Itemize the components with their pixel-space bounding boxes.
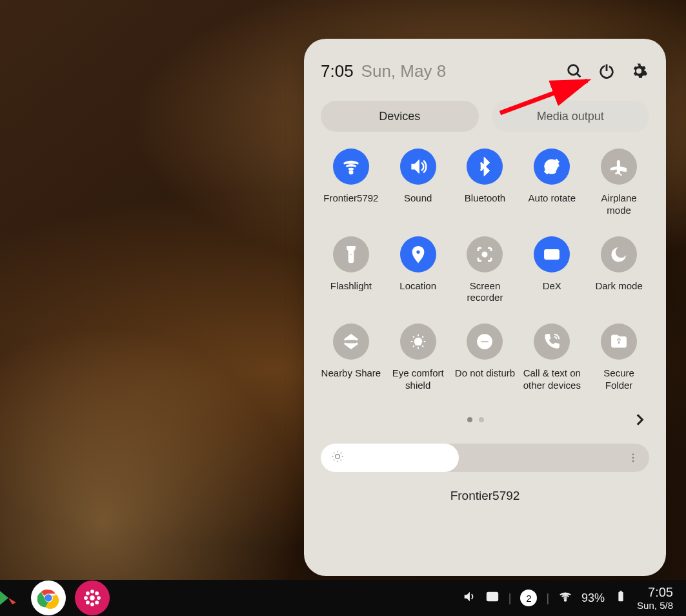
svg-point-33 bbox=[632, 457, 634, 458]
tile-sound[interactable]: Sound bbox=[388, 149, 449, 217]
pager bbox=[321, 410, 649, 429]
svg-line-18 bbox=[422, 336, 423, 338]
svg-line-30 bbox=[334, 459, 334, 460]
tile-label: Secure Folder bbox=[589, 367, 649, 392]
app-play-store[interactable] bbox=[0, 580, 22, 615]
svg-point-32 bbox=[632, 453, 634, 455]
tile-label: Flashlight bbox=[330, 280, 372, 293]
svg-rect-52 bbox=[620, 590, 622, 591]
app-gallery[interactable] bbox=[75, 580, 110, 615]
battery-icon bbox=[614, 590, 628, 607]
cast-icon bbox=[485, 590, 499, 607]
svg-point-39 bbox=[90, 595, 95, 601]
tile-wifi[interactable]: Frontier5792 bbox=[321, 149, 381, 217]
tile-autorotate[interactable]: Auto rotate bbox=[521, 149, 582, 217]
tile-eyecomfort[interactable]: AEye comfort shield bbox=[388, 323, 449, 392]
tile-location[interactable]: Location bbox=[388, 236, 449, 305]
location-icon bbox=[400, 236, 436, 272]
wifi-icon bbox=[333, 149, 369, 185]
rotate-icon bbox=[534, 149, 570, 185]
pager-dot[interactable] bbox=[467, 417, 472, 422]
tile-label: Eye comfort shield bbox=[388, 367, 449, 392]
nearby-icon bbox=[333, 323, 369, 360]
panel-time: 7:05 bbox=[321, 61, 354, 81]
svg-line-1 bbox=[577, 74, 581, 77]
tile-airplane[interactable]: Airplane mode bbox=[589, 149, 649, 217]
tile-label: Bluetooth bbox=[465, 192, 505, 205]
svg-line-29 bbox=[341, 459, 341, 460]
tile-nearby[interactable]: Nearby Share bbox=[321, 323, 381, 392]
moon-icon bbox=[601, 236, 637, 272]
flashlight-icon bbox=[333, 236, 369, 272]
tile-label: Nearby Share bbox=[321, 367, 381, 380]
tile-label: Call & text on other devices bbox=[521, 367, 582, 392]
panel-date: Sun, May 8 bbox=[361, 61, 447, 81]
tile-label: Dark mode bbox=[595, 280, 642, 293]
svg-point-40 bbox=[90, 590, 94, 593]
brightness-slider[interactable] bbox=[321, 444, 649, 472]
taskbar-date: Sun, 5/8 bbox=[637, 600, 673, 611]
svg-point-4 bbox=[350, 171, 352, 174]
tile-label: Screen recorder bbox=[455, 280, 516, 305]
taskbar: | 2 | 93% 7:05 Sun, 5/8 bbox=[0, 580, 686, 616]
bluetooth-icon bbox=[467, 149, 503, 185]
taskbar-time: 7:05 bbox=[637, 585, 673, 600]
separator: | bbox=[509, 591, 512, 605]
svg-point-7 bbox=[483, 252, 487, 256]
wifi-icon bbox=[558, 590, 572, 607]
tile-securefolder[interactable]: Secure Folder bbox=[589, 323, 649, 392]
svg-rect-49 bbox=[490, 595, 494, 599]
tab-devices[interactable]: Devices bbox=[321, 101, 479, 132]
tile-darkmode[interactable]: Dark mode bbox=[589, 236, 649, 305]
chevron-right-icon[interactable] bbox=[630, 410, 649, 429]
svg-rect-22 bbox=[618, 341, 620, 344]
svg-rect-21 bbox=[481, 341, 489, 343]
svg-point-44 bbox=[86, 591, 90, 595]
svg-point-23 bbox=[336, 454, 340, 458]
gear-icon[interactable] bbox=[629, 61, 649, 81]
taskbar-status[interactable]: | 2 | 93% 7:05 Sun, 5/8 bbox=[462, 585, 686, 611]
tile-label: DeX bbox=[543, 280, 561, 293]
screenrec-icon bbox=[467, 236, 503, 272]
tile-flashlight[interactable]: Flashlight bbox=[321, 236, 381, 305]
separator: | bbox=[546, 591, 549, 605]
tile-bluetooth[interactable]: Bluetooth bbox=[455, 149, 516, 217]
svg-line-28 bbox=[334, 453, 334, 453]
svg-text:DeX: DeX bbox=[547, 251, 558, 258]
svg-rect-51 bbox=[618, 591, 623, 601]
svg-text:A: A bbox=[416, 339, 420, 345]
svg-point-46 bbox=[86, 601, 90, 604]
taskbar-apps bbox=[0, 580, 110, 615]
search-icon[interactable] bbox=[564, 61, 585, 81]
tile-label: Frontier5792 bbox=[323, 192, 378, 205]
tile-label: Airplane mode bbox=[589, 192, 649, 217]
notification-count[interactable]: 2 bbox=[520, 590, 537, 606]
app-chrome[interactable] bbox=[31, 580, 66, 615]
panel-header: 7:05 Sun, May 8 bbox=[321, 58, 649, 84]
calltext-icon bbox=[534, 323, 570, 360]
tile-calltext[interactable]: Call & text on other devices bbox=[521, 323, 582, 392]
tile-label: Do not disturb bbox=[455, 367, 515, 380]
tile-label: Location bbox=[399, 280, 436, 293]
tile-dnd[interactable]: Do not disturb bbox=[455, 323, 516, 392]
svg-point-42 bbox=[84, 596, 88, 600]
power-icon[interactable] bbox=[596, 61, 617, 81]
tab-media-output[interactable]: Media output bbox=[492, 101, 650, 132]
pager-dots bbox=[321, 417, 630, 422]
battery-percent: 93% bbox=[581, 591, 605, 605]
dnd-icon bbox=[467, 323, 503, 360]
quick-tiles-grid: Frontier5792SoundBluetoothAuto rotateAir… bbox=[321, 149, 649, 392]
quick-settings-panel: 7:05 Sun, May 8 Devices Media output Fro… bbox=[304, 39, 666, 576]
tile-dex[interactable]: DeXDeX bbox=[521, 236, 582, 305]
dex-icon: DeX bbox=[534, 236, 570, 272]
taskbar-clock[interactable]: 7:05 Sun, 5/8 bbox=[637, 585, 673, 611]
plane-icon bbox=[601, 149, 637, 185]
volume-icon bbox=[462, 590, 476, 607]
svg-line-31 bbox=[341, 453, 341, 453]
svg-point-0 bbox=[569, 65, 578, 75]
pager-dot[interactable] bbox=[479, 417, 484, 422]
svg-point-41 bbox=[90, 602, 94, 606]
tile-screenrec[interactable]: Screen recorder bbox=[455, 236, 516, 305]
network-name: Frontier5792 bbox=[321, 489, 649, 503]
brightness-more-icon[interactable] bbox=[627, 444, 639, 472]
